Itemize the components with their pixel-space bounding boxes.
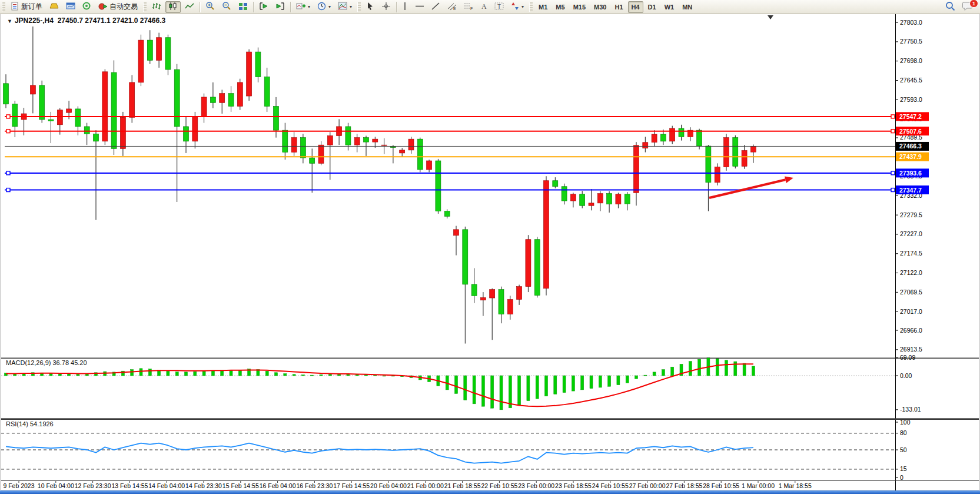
macd-bar	[328, 374, 331, 376]
hline-handle[interactable]	[891, 171, 895, 175]
indicators-button-dropdown-icon[interactable]: ▾	[308, 4, 310, 9]
macd-bar	[689, 362, 692, 376]
candlestick-chart-button[interactable]	[165, 1, 181, 13]
templates-button-dropdown-icon[interactable]: ▾	[350, 4, 352, 9]
timeframe-h4-button[interactable]: H4	[628, 1, 643, 13]
candle-down	[553, 181, 558, 187]
auto-trading-button-label: 自动交易	[109, 2, 138, 12]
chart-canvas[interactable]: 27803.027750.527698.027645.527593.027540…	[0, 0, 980, 494]
candle-up	[643, 142, 648, 148]
macd-bar	[167, 371, 170, 376]
timeframe-m5-button[interactable]: M5	[552, 1, 568, 13]
text-button[interactable]: A	[477, 1, 490, 13]
time-axis[interactable]: 9 Feb 202310 Feb 04:0012 Feb 23:3013 Feb…	[3, 481, 812, 489]
hline-handle[interactable]	[891, 188, 895, 192]
candle-down	[147, 40, 152, 60]
bar-chart-icon	[152, 2, 161, 12]
templates-button[interactable]: ▾	[335, 1, 355, 13]
hline-handle[interactable]	[6, 171, 10, 175]
candle-down	[4, 84, 9, 104]
candle-down	[264, 77, 270, 107]
candle-up	[120, 117, 125, 148]
candle-up	[373, 139, 378, 142]
toolbar-grip	[529, 2, 533, 12]
market-watch-button[interactable]	[46, 1, 62, 13]
hline-handle[interactable]	[891, 115, 895, 118]
svg-text:27466.3: 27466.3	[899, 142, 922, 150]
macd-bar	[599, 376, 602, 387]
hline-handle[interactable]	[6, 130, 10, 133]
time-tick-label: 16 Feb 04:00	[260, 482, 296, 489]
auto-trading-button[interactable]: 自动交易	[95, 1, 141, 13]
timeframe-mn-button[interactable]: MN	[679, 1, 696, 13]
time-tick-label: 16 Feb 23:30	[296, 482, 333, 489]
timeframe-d1-button[interactable]: D1	[645, 1, 660, 13]
hline-handle[interactable]	[891, 130, 895, 133]
candle-down	[12, 104, 18, 127]
indicators-button[interactable]: ▾	[293, 1, 313, 13]
time-tick-label: 20 Feb 04:00	[370, 482, 407, 489]
periods-button[interactable]: ▾	[314, 1, 334, 13]
fibonacci-button[interactable]: F	[461, 1, 476, 13]
macd-bar	[284, 374, 287, 376]
hline-handle[interactable]	[6, 188, 10, 192]
time-tick-label: 9 Feb 2023	[3, 482, 34, 489]
hline-handle[interactable]	[6, 115, 10, 118]
time-tick-label: 14 Feb 23:30	[185, 482, 222, 489]
search-button[interactable]	[942, 1, 958, 13]
timeframe-m1-button[interactable]: M1	[535, 1, 551, 13]
cursor-button[interactable]	[363, 1, 377, 13]
macd-bar	[211, 370, 214, 376]
line-chart-button[interactable]	[182, 1, 197, 13]
timeframe-w1-button[interactable]: W1	[661, 1, 678, 13]
tile-windows-button[interactable]	[235, 1, 251, 13]
arrows-button[interactable]: ▾	[508, 1, 527, 13]
candle-down	[48, 120, 54, 121]
macd-bar	[455, 376, 458, 393]
macd-bar	[185, 372, 188, 376]
zoom-in-button[interactable]	[202, 1, 218, 13]
macd-bar	[293, 374, 295, 376]
new-order-button[interactable]: 新订单	[8, 1, 45, 13]
taskbar-strip	[0, 490, 980, 494]
chart-window-frame	[1, 14, 979, 491]
ohlc-readout: 27450.7 27471.1 27421.0 27466.3	[58, 16, 166, 25]
text-label-button[interactable]: T	[491, 1, 507, 13]
zoom-out-button[interactable]	[219, 1, 234, 13]
candle-up	[57, 110, 62, 125]
chart-shift-button[interactable]	[273, 1, 288, 13]
data-window-button[interactable]	[63, 1, 78, 13]
macd-tick-label: -133.01	[900, 406, 921, 413]
svg-text:E: E	[453, 6, 456, 11]
timeframe-h1-button[interactable]: H1	[611, 1, 626, 13]
auto-scroll-button[interactable]	[256, 1, 271, 13]
templates-icon	[338, 2, 347, 12]
notifications-button[interactable]: 1	[959, 1, 976, 13]
arrows-button-dropdown-icon[interactable]: ▾	[521, 4, 524, 9]
rsi-label: RSI(14) 54.1926	[6, 420, 54, 427]
timeframe-m15-button[interactable]: M15	[570, 1, 589, 13]
macd-bar	[131, 370, 134, 376]
periods-button-dropdown-icon[interactable]: ▾	[328, 4, 331, 9]
chart-dropdown-icon[interactable]: ▼	[7, 18, 12, 24]
price-tick-label: 27174.5	[900, 250, 922, 257]
timeframe-m30-button[interactable]: M30	[590, 1, 610, 13]
macd-bar	[148, 369, 151, 376]
equidistant-channel-button[interactable]: E	[444, 1, 460, 13]
signals-button[interactable]	[79, 1, 94, 13]
macd-bar	[590, 376, 593, 389]
bar-chart-button[interactable]	[149, 1, 164, 13]
candle-up	[634, 145, 639, 193]
vertical-line-button[interactable]	[399, 1, 411, 13]
crosshair-button[interactable]	[378, 1, 394, 13]
macd-bar	[500, 376, 503, 410]
trendline-icon	[431, 2, 440, 12]
horizontal-line-icon	[415, 2, 424, 12]
candle-down	[679, 128, 684, 137]
macd-bar	[320, 374, 323, 376]
cursor-icon	[366, 2, 374, 12]
candle-down	[310, 158, 315, 163]
horizontal-line-button[interactable]	[412, 1, 427, 13]
trendline-button[interactable]	[428, 1, 443, 13]
candle-down	[274, 107, 279, 131]
